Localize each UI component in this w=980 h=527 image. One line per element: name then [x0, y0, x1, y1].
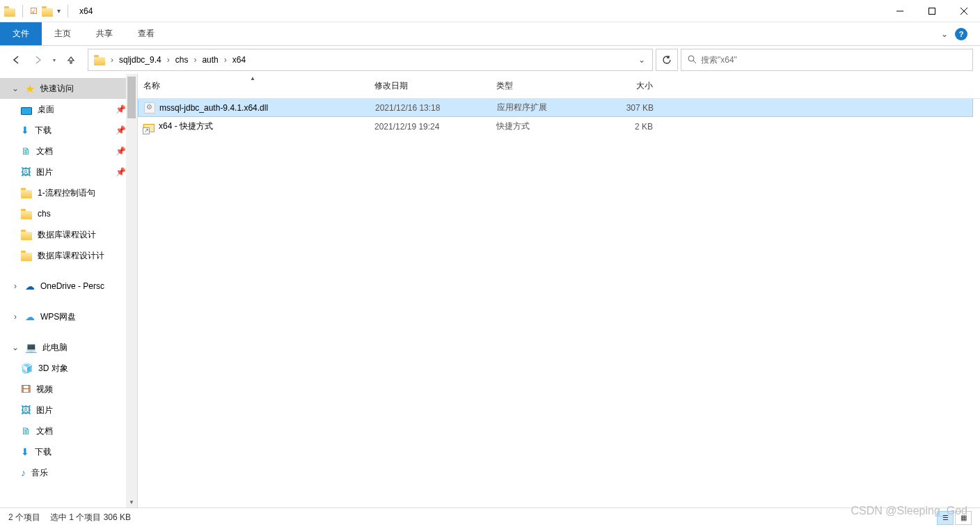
sidebar-item-desktop[interactable]: 桌面📌	[0, 99, 137, 120]
file-size: 307 KB	[598, 99, 661, 116]
search-input[interactable]	[701, 55, 967, 65]
sidebar-item-pictures[interactable]: 🖼图片📌	[0, 162, 137, 182]
sidebar-quick-access[interactable]: ⌄ ★ 快速访问	[0, 78, 137, 99]
maximize-button[interactable]	[916, 0, 948, 22]
search-icon	[687, 54, 697, 66]
chevron-down-icon[interactable]: ⌄	[11, 84, 19, 93]
chevron-down-icon[interactable]: ⌄	[11, 343, 19, 352]
watermark: CSDN @Sleeping_God	[851, 505, 967, 517]
ribbon-tab-home[interactable]: 主页	[42, 22, 84, 45]
breadcrumb-root[interactable]	[90, 49, 109, 70]
chevron-right-icon[interactable]: ›	[109, 55, 115, 65]
separator	[22, 5, 23, 17]
chevron-right-icon[interactable]: ›	[11, 281, 19, 291]
column-header-size[interactable]: 大小	[597, 74, 660, 98]
separator	[68, 5, 68, 17]
scroll-down-icon[interactable]: ▼	[126, 496, 137, 508]
star-icon: ★	[25, 82, 35, 95]
column-header-type[interactable]: 类型	[489, 74, 597, 98]
help-icon[interactable]: ?	[955, 28, 967, 40]
pin-icon: 📌	[116, 125, 126, 135]
sidebar-item-documents[interactable]: 🗎文档	[0, 420, 137, 441]
folder-icon	[21, 253, 32, 261]
ribbon-tab-file[interactable]: 文件	[0, 22, 42, 45]
main-area: ⌄ ★ 快速访问 桌面📌 ⬇下载📌 🗎文档📌 🖼图片📌 1-流程控制语句 chs…	[0, 74, 980, 508]
check-icon: ☑	[30, 6, 38, 16]
scrollbar-thumb[interactable]	[127, 77, 136, 118]
shortcut-icon	[143, 124, 155, 132]
sidebar-item-pictures[interactable]: 🖼图片	[0, 400, 137, 420]
up-button[interactable]	[61, 50, 81, 70]
column-headers: ▲名称 修改日期 类型 大小	[138, 74, 980, 99]
sidebar-item-videos[interactable]: 🎞视频	[0, 379, 137, 400]
file-size: 2 KB	[597, 117, 660, 136]
sidebar-item-documents[interactable]: 🗎文档📌	[0, 141, 137, 162]
column-header-name[interactable]: ▲名称	[138, 74, 368, 98]
close-button[interactable]	[948, 0, 980, 22]
sidebar-item-folder[interactable]: 1-流程控制语句	[0, 182, 137, 203]
chevron-down-icon[interactable]: ⌄	[941, 29, 948, 39]
svg-point-4	[688, 56, 694, 61]
sidebar-item-downloads[interactable]: ⬇下载📌	[0, 120, 137, 141]
minimize-button[interactable]	[884, 0, 916, 22]
file-row[interactable]: x64 - 快捷方式 2021/12/19 19:24 快捷方式 2 KB	[138, 117, 973, 136]
file-type: 应用程序扩展	[490, 99, 598, 116]
folder-icon	[21, 190, 32, 198]
column-header-date[interactable]: 修改日期	[368, 74, 489, 98]
breadcrumb-segment[interactable]: chs	[171, 49, 193, 70]
breadcrumb-dropdown[interactable]: ⌄	[633, 55, 651, 65]
ribbon-tab-view[interactable]: 查看	[125, 22, 167, 45]
sidebar-item-folder[interactable]: 数据库课程设计计	[0, 245, 137, 266]
file-row[interactable]: mssql-jdbc_auth-9.4.1.x64.dll 2021/12/16…	[138, 99, 973, 117]
breadcrumb[interactable]: › sqljdbc_9.4 › chs › auth › x64 ⌄	[88, 49, 653, 71]
folder-icon	[21, 232, 32, 240]
sidebar-item-3dobjects[interactable]: 🧊3D 对象	[0, 358, 137, 379]
sidebar-wps[interactable]: ›☁WPS网盘	[0, 306, 137, 327]
sidebar-item-downloads[interactable]: ⬇下载	[0, 441, 137, 462]
chevron-right-icon[interactable]: ›	[11, 312, 19, 322]
ribbon: 文件 主页 共享 查看 ⌄ ?	[0, 22, 980, 46]
sidebar-this-pc[interactable]: ⌄💻此电脑	[0, 337, 137, 358]
sidebar-item-folder[interactable]: 数据库课程设计	[0, 224, 137, 245]
dll-file-icon	[144, 102, 155, 113]
window-title: x64	[75, 6, 93, 16]
back-button[interactable]	[7, 50, 26, 70]
ribbon-tab-share[interactable]: 共享	[84, 22, 125, 45]
file-date: 2021/12/16 13:18	[368, 99, 490, 116]
folder-icon	[4, 8, 15, 17]
folder-icon	[42, 8, 53, 17]
sidebar-item-music[interactable]: ♪音乐	[0, 462, 137, 483]
title-bar: ☑ ▾ x64	[0, 0, 980, 22]
breadcrumb-segment[interactable]: x64	[228, 49, 250, 70]
recent-locations-button[interactable]: ▾	[49, 50, 60, 70]
forward-button[interactable]	[28, 50, 47, 70]
chevron-right-icon[interactable]: ›	[166, 55, 171, 65]
pin-icon: 📌	[116, 104, 126, 114]
file-list-pane: ▲名称 修改日期 类型 大小 mssql-jdbc_auth-9.4.1.x64…	[138, 74, 980, 508]
download-icon: ⬇	[21, 125, 29, 136]
pc-icon: 💻	[25, 342, 37, 353]
sidebar-onedrive[interactable]: ›☁OneDrive - Persc	[0, 276, 137, 297]
music-icon: ♪	[21, 467, 26, 478]
chevron-right-icon[interactable]: ›	[223, 55, 228, 65]
video-icon: 🎞	[21, 384, 31, 395]
file-name: mssql-jdbc_auth-9.4.1.x64.dll	[159, 103, 268, 113]
chevron-right-icon[interactable]: ›	[192, 55, 198, 65]
pin-icon: 📌	[116, 167, 126, 177]
desktop-icon	[21, 107, 32, 115]
file-rows: mssql-jdbc_auth-9.4.1.x64.dll 2021/12/16…	[138, 99, 980, 508]
svg-rect-1	[929, 8, 935, 14]
wps-icon: ☁	[25, 311, 35, 322]
quick-access-toolbar: ☑ ▾	[0, 5, 75, 17]
breadcrumb-segment[interactable]: sqljdbc_9.4	[115, 49, 166, 70]
file-date: 2021/12/19 19:24	[368, 117, 489, 136]
sidebar-item-folder[interactable]: chs	[0, 203, 137, 224]
file-name: x64 - 快捷方式	[159, 120, 213, 132]
dropdown-icon[interactable]: ▾	[57, 7, 61, 15]
sidebar-scrollbar[interactable]: ▲ ▼	[126, 74, 137, 508]
folder-icon	[21, 211, 32, 219]
breadcrumb-segment[interactable]: auth	[198, 49, 222, 70]
documents-icon: 🗎	[21, 145, 31, 157]
search-box[interactable]	[681, 49, 973, 71]
refresh-button[interactable]	[656, 49, 678, 71]
